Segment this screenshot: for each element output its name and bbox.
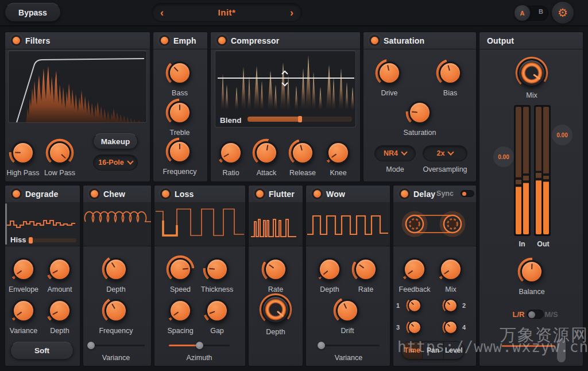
- pole-dropdown[interactable]: 16-Pole: [93, 154, 138, 171]
- emph-frequency-label: Frequency: [157, 168, 203, 176]
- saturation-knob[interactable]: Saturation: [397, 98, 443, 137]
- delay-mix-knob[interactable]: Mix: [428, 255, 474, 293]
- ab-a-label: A: [520, 10, 525, 17]
- flutter-title: Flutter: [269, 190, 295, 199]
- soft-label: Soft: [34, 346, 49, 355]
- drift-knob[interactable]: Drift: [324, 296, 370, 335]
- preset-name[interactable]: Init*: [218, 7, 236, 17]
- azimuth-handle[interactable]: [196, 342, 203, 349]
- preset-prev-icon[interactable]: ‹: [160, 7, 164, 18]
- wow-power-led[interactable]: [314, 190, 321, 198]
- wow-variance-handle[interactable]: [318, 342, 325, 349]
- mode-dropdown[interactable]: NR4: [374, 145, 416, 161]
- amount-knob[interactable]: Amount: [37, 255, 83, 293]
- emph-frequency-knob[interactable]: Frequency: [157, 137, 203, 176]
- blend-slider[interactable]: [247, 117, 352, 122]
- threshold-line: [218, 78, 354, 79]
- drive-knob[interactable]: Drive: [366, 59, 412, 97]
- preset-next-icon[interactable]: ›: [290, 7, 293, 18]
- filter-spectrum-graph: [9, 51, 147, 123]
- in-meter-label: In: [510, 240, 533, 248]
- emph-power-led[interactable]: [161, 37, 168, 44]
- wow-variance-slider[interactable]: [318, 345, 380, 346]
- ab-b-label[interactable]: B: [535, 8, 547, 15]
- gap-label: Gap: [194, 327, 240, 335]
- mode-value: NR4: [384, 149, 398, 157]
- makeup-button[interactable]: Makeup: [93, 133, 138, 149]
- bass-knob[interactable]: Bass: [157, 59, 203, 97]
- bypass-button[interactable]: Bypass: [5, 3, 61, 22]
- input-meter-right-bar: [523, 107, 529, 234]
- blend-handle[interactable]: [298, 116, 302, 122]
- flutter-rate-label: Rate: [253, 285, 299, 293]
- mix-knob[interactable]: Mix: [509, 56, 555, 99]
- lowpass-knob[interactable]: Low Pass: [37, 138, 83, 177]
- tab-time-label: Time: [404, 346, 420, 354]
- filter-spectrum-display[interactable]: [8, 51, 147, 123]
- makeup-label: Makeup: [101, 137, 130, 146]
- input-gain-readout[interactable]: 0.00: [493, 146, 514, 167]
- wow-title: Wow: [326, 190, 345, 199]
- wow-rate-label: Rate: [343, 285, 389, 293]
- saturation-power-led[interactable]: [371, 37, 378, 44]
- send4-knob[interactable]: [442, 319, 459, 336]
- chew-power-led[interactable]: [91, 190, 98, 198]
- oversampling-dropdown[interactable]: 2x: [423, 145, 467, 161]
- flutter-wave-display: [249, 202, 303, 246]
- sync-toggle[interactable]: [461, 190, 474, 197]
- output-gain-readout[interactable]: 0.00: [552, 125, 572, 145]
- send3-knob[interactable]: [406, 319, 423, 336]
- flutter-rate-knob[interactable]: Rate: [253, 255, 299, 293]
- chew-title: Chew: [103, 190, 125, 199]
- tab-level[interactable]: Level: [444, 342, 464, 359]
- amount-label: Amount: [37, 285, 83, 293]
- bias-knob[interactable]: Bias: [427, 59, 473, 97]
- chew-frequency-label: Frequency: [93, 327, 139, 335]
- pole-value: 16-Pole: [98, 159, 123, 167]
- loss-power-led[interactable]: [162, 190, 169, 198]
- preset-selector[interactable]: ‹ Init* ›: [152, 3, 302, 22]
- chevron-down-icon: [448, 149, 454, 155]
- delay-power-led[interactable]: [401, 190, 408, 198]
- bias-label: Bias: [427, 89, 473, 97]
- settings-button[interactable]: ⚙: [552, 2, 574, 24]
- balance-knob[interactable]: Balance: [509, 257, 555, 296]
- soft-button[interactable]: Soft: [10, 342, 74, 360]
- tab-pan[interactable]: Pan: [423, 342, 443, 359]
- balance-label: Balance: [509, 288, 555, 296]
- flutter-depth-knob[interactable]: Depth: [253, 293, 299, 336]
- knee-knob[interactable]: Knee: [315, 138, 361, 177]
- chew-frequency-knob[interactable]: Frequency: [93, 296, 139, 335]
- chew-depth-knob[interactable]: Depth: [93, 255, 139, 293]
- mode-label: Mode: [372, 165, 418, 173]
- filters-title: Filters: [25, 36, 50, 45]
- gap-knob[interactable]: Gap: [194, 296, 240, 335]
- compressor-power-led[interactable]: [218, 37, 226, 44]
- thickness-label: Thickness: [194, 285, 240, 293]
- chew-variance-slider[interactable]: [87, 345, 145, 346]
- thickness-knob[interactable]: Thickness: [194, 255, 240, 293]
- send2-knob[interactable]: [442, 297, 459, 314]
- compressor-display[interactable]: Blend: [215, 51, 356, 127]
- degrade-depth-knob[interactable]: Depth: [37, 296, 83, 335]
- hiss-slider[interactable]: [28, 238, 76, 242]
- send1-knob[interactable]: [406, 297, 423, 314]
- compressor-title: Compressor: [231, 36, 279, 45]
- wow-rate-knob[interactable]: Rate: [343, 255, 389, 293]
- input-meter: [514, 105, 531, 236]
- degrade-power-led[interactable]: [13, 190, 20, 198]
- ms-label: M/S: [540, 310, 563, 319]
- flutter-power-led[interactable]: [256, 190, 264, 198]
- input-gain-value: 0.00: [498, 154, 509, 160]
- filters-power-led[interactable]: [13, 37, 20, 44]
- treble-knob[interactable]: Treble: [157, 98, 203, 137]
- output-meter: [534, 105, 551, 236]
- tab-time[interactable]: Time: [402, 342, 423, 359]
- degrade-scroll-indicator[interactable]: [5, 203, 7, 245]
- hiss-handle[interactable]: [29, 237, 33, 244]
- gear-icon: ⚙: [558, 7, 568, 18]
- chew-wave-display: [83, 202, 151, 246]
- output-meter-left-bar: [536, 107, 541, 234]
- ab-a-button[interactable]: A: [514, 5, 531, 21]
- chew-variance-handle[interactable]: [87, 342, 95, 349]
